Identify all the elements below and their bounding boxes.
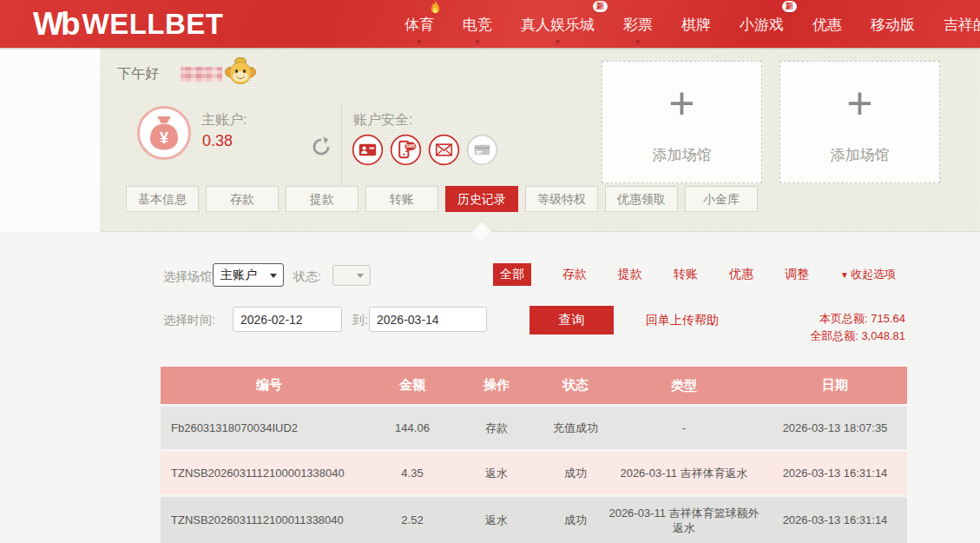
tab-withdraw[interactable]: 提款 bbox=[286, 186, 358, 212]
account-tabs: 基本信息 存款 提款 转账 历史记录 等级特权 优惠领取 小金库 bbox=[126, 186, 758, 212]
venue-filter-label: 选择场馆: bbox=[163, 269, 215, 285]
all-total-label: 全部总额: bbox=[810, 329, 858, 342]
receipt-upload-help-link[interactable]: 回单上传帮助 bbox=[646, 313, 719, 328]
history-table: 编号 金额 操作 状态 类型 日期 Fb26031318070034IUD2 1… bbox=[161, 367, 907, 543]
nav-item-promotions[interactable]: 优惠 bbox=[812, 13, 842, 35]
status-filter-label: 状态: bbox=[293, 269, 321, 285]
time-filter-label: 选择时间: bbox=[163, 313, 215, 328]
monkey-emoji-icon bbox=[225, 57, 256, 87]
tab-history[interactable]: 历史记录 bbox=[445, 186, 518, 212]
nav-item-lottery[interactable]: 彩票 ▼ bbox=[623, 13, 653, 35]
cell-status: 成功 bbox=[546, 497, 605, 543]
svg-text:SMS: SMS bbox=[405, 143, 416, 149]
tab-deposit[interactable]: 存款 bbox=[206, 186, 279, 212]
cell-type: 2026-03-11 吉祥体育返水 bbox=[605, 452, 763, 494]
account-balance: 0.38 bbox=[202, 132, 233, 150]
table-header-row: 编号 金额 操作 状态 类型 日期 bbox=[161, 367, 907, 404]
all-total: 全部总额: 3,048.81 bbox=[764, 328, 905, 345]
account-security-label: 账户安全: bbox=[353, 111, 412, 129]
type-tab-deposit[interactable]: 存款 bbox=[562, 267, 587, 282]
venue-select[interactable]: 主账户 bbox=[213, 263, 284, 287]
bank-card-icon[interactable] bbox=[466, 134, 498, 166]
plus-icon: + bbox=[780, 81, 939, 126]
money-bag-icon: ¥ bbox=[137, 106, 191, 160]
record-type-tabs: 全部 存款 提款 转账 优惠 调整 ▼收起选项 bbox=[493, 263, 896, 286]
add-venue-panel[interactable]: + 添加场馆 bbox=[602, 61, 762, 183]
to-label: 到: bbox=[352, 313, 368, 328]
id-card-icon[interactable] bbox=[352, 134, 384, 166]
nav-item-label: 吉祥的 bbox=[944, 17, 980, 33]
cell-amount: 144.06 bbox=[378, 407, 447, 449]
nav-item-mini-games[interactable]: 新 小游戏 bbox=[740, 13, 784, 35]
chevron-down-icon: ▼ bbox=[635, 38, 641, 46]
nav-item-sports[interactable]: 体育 ▼ bbox=[404, 13, 434, 35]
date-to-input[interactable] bbox=[369, 307, 487, 332]
collapse-options-link[interactable]: ▼收起选项 bbox=[840, 267, 896, 282]
nav-item-board-games[interactable]: 棋牌 bbox=[681, 13, 711, 35]
tab-piggy-bank[interactable]: 小金库 bbox=[685, 186, 758, 212]
cell-status: 充值成功 bbox=[546, 407, 605, 449]
nav-item-live-casino[interactable]: 新 真人娱乐城 ▼ bbox=[521, 13, 595, 35]
nav-item-label: 彩票 bbox=[623, 17, 653, 33]
cell-id: Fb26031318070034IUD2 bbox=[161, 407, 378, 449]
tab-vip-level[interactable]: 等级特权 bbox=[525, 186, 598, 212]
svg-text:¥: ¥ bbox=[160, 129, 169, 147]
refresh-balance-icon[interactable] bbox=[310, 136, 332, 158]
masked-username bbox=[181, 67, 222, 82]
plus-icon: + bbox=[602, 81, 761, 126]
chevron-down-icon bbox=[270, 274, 277, 278]
venue-select-value: 主账户 bbox=[220, 268, 257, 281]
table-row: Fb26031318070034IUD2 144.06 存款 充值成功 - 20… bbox=[161, 407, 907, 449]
cell-operation: 返水 bbox=[447, 452, 546, 494]
page-total-value: 715.64 bbox=[871, 312, 905, 325]
col-header-id: 编号 bbox=[161, 367, 378, 404]
type-tab-all[interactable]: 全部 bbox=[493, 263, 531, 286]
add-venue-panel[interactable]: + 添加场馆 bbox=[779, 61, 940, 183]
cell-id: TZNSB2026031112100011338040 bbox=[161, 497, 378, 543]
status-select[interactable] bbox=[332, 265, 371, 286]
sms-phone-icon[interactable]: SMS bbox=[390, 134, 422, 166]
greeting-text: 下午好 bbox=[117, 65, 159, 83]
nav-item-esports[interactable]: 电竞 ▼ bbox=[463, 13, 492, 35]
all-total-value: 3,048.81 bbox=[861, 329, 905, 342]
cell-type: - bbox=[605, 407, 763, 449]
type-tab-withdraw[interactable]: 提款 bbox=[618, 267, 642, 282]
tab-promo-claim[interactable]: 优惠领取 bbox=[605, 186, 678, 212]
nav-item-jixiang[interactable]: 吉祥的 bbox=[944, 13, 980, 35]
cell-operation: 存款 bbox=[447, 407, 546, 449]
type-tab-transfer[interactable]: 转账 bbox=[674, 267, 698, 282]
page: Wb WELLBET 体育 ▼ 电竞 ▼ 新 真人娱乐城 ▼ 彩票 bbox=[0, 0, 980, 543]
type-tab-adjust[interactable]: 调整 bbox=[785, 267, 809, 282]
triangle-down-icon: ▼ bbox=[840, 270, 849, 280]
totals: 本页总额: 715.64 全部总额: 3,048.81 bbox=[764, 310, 905, 345]
cell-date: 2026-03-13 16:31:14 bbox=[763, 497, 907, 543]
table-row: TZNSB2026031112100001338040 4.35 返水 成功 2… bbox=[161, 452, 907, 494]
date-from-input[interactable] bbox=[233, 307, 342, 332]
nav-item-mobile[interactable]: 移动版 bbox=[871, 13, 915, 35]
divider bbox=[341, 104, 342, 187]
nav-item-label: 真人娱乐城 bbox=[521, 17, 595, 33]
cell-amount: 2.52 bbox=[378, 497, 447, 543]
main-account-label: 主账户: bbox=[201, 111, 247, 129]
search-button[interactable]: 查询 bbox=[529, 306, 614, 334]
chevron-down-icon: ▼ bbox=[555, 38, 562, 46]
col-header-amount: 金额 bbox=[378, 367, 447, 404]
cell-date: 2026-03-13 16:31:14 bbox=[763, 452, 907, 494]
col-header-type: 类型 bbox=[605, 367, 763, 404]
tab-basic-info[interactable]: 基本信息 bbox=[126, 186, 199, 212]
add-venue-label: 添加场馆 bbox=[780, 145, 939, 165]
new-badge: 新 bbox=[782, 1, 797, 12]
tab-transfer[interactable]: 转账 bbox=[365, 186, 438, 212]
nav-menu: 体育 ▼ 电竞 ▼ 新 真人娱乐城 ▼ 彩票 ▼ 棋牌 新 小游戏 bbox=[404, 0, 980, 48]
cell-type: 2026-03-11 吉祥体育篮球额外返水 bbox=[605, 497, 763, 543]
chevron-down-icon: ▼ bbox=[416, 38, 423, 46]
logo-text: WELLBET bbox=[82, 8, 224, 41]
email-icon[interactable] bbox=[428, 134, 460, 166]
collapse-options-label: 收起选项 bbox=[851, 268, 896, 281]
wellbet-logo[interactable]: Wb WELLBET bbox=[33, 6, 224, 43]
cell-id: TZNSB2026031112100001338040 bbox=[161, 452, 378, 494]
security-icons: SMS bbox=[352, 134, 498, 166]
type-tab-promo[interactable]: 优惠 bbox=[729, 267, 753, 282]
col-header-status: 状态 bbox=[546, 367, 605, 404]
cell-status: 成功 bbox=[546, 452, 605, 494]
